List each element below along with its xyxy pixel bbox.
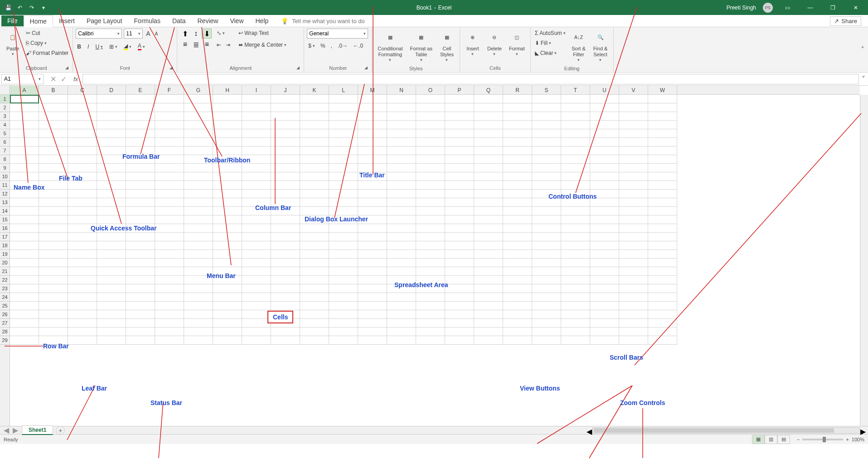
cell[interactable] — [39, 190, 68, 198]
cell[interactable] — [126, 284, 155, 293]
zoom-level[interactable]: 100% — [852, 437, 864, 442]
fill-button[interactable]: ⬇Fill▾ — [533, 39, 567, 48]
cell[interactable] — [329, 224, 358, 233]
cell[interactable] — [416, 207, 445, 215]
cell[interactable] — [271, 172, 300, 181]
number-launcher-icon[interactable]: ◢ — [364, 65, 368, 70]
cell[interactable] — [213, 241, 242, 250]
align-center-button[interactable]: ≣ — [191, 39, 201, 49]
cell[interactable] — [619, 241, 648, 250]
cell[interactable] — [590, 172, 619, 181]
cell[interactable] — [387, 129, 416, 138]
cell[interactable] — [68, 319, 97, 327]
cell[interactable] — [445, 310, 474, 319]
cell[interactable] — [213, 302, 242, 310]
cell[interactable] — [358, 172, 387, 181]
font-launcher-icon[interactable]: ◢ — [170, 65, 173, 70]
cell[interactable] — [532, 310, 561, 319]
cell[interactable] — [532, 336, 561, 345]
cell[interactable] — [590, 302, 619, 310]
cell[interactable] — [561, 164, 590, 172]
cell[interactable] — [242, 250, 271, 259]
cell[interactable] — [271, 155, 300, 164]
cell[interactable] — [445, 302, 474, 310]
cell[interactable] — [532, 233, 561, 241]
cell[interactable] — [68, 224, 97, 233]
cell[interactable] — [39, 302, 68, 310]
cell[interactable] — [271, 276, 300, 284]
cell[interactable] — [300, 284, 329, 293]
cell[interactable] — [271, 224, 300, 233]
cell[interactable] — [387, 155, 416, 164]
cell[interactable] — [387, 181, 416, 190]
cell[interactable] — [532, 215, 561, 224]
cell[interactable] — [68, 276, 97, 284]
cell[interactable] — [648, 215, 677, 224]
cell[interactable] — [619, 327, 648, 336]
cell[interactable] — [10, 259, 39, 267]
cell[interactable] — [503, 319, 532, 327]
cell[interactable] — [184, 241, 213, 250]
col-header-I[interactable]: I — [242, 86, 271, 94]
cell[interactable] — [184, 155, 213, 164]
tab-page-layout[interactable]: Page Layout — [81, 15, 128, 26]
cell[interactable] — [561, 138, 590, 147]
cell[interactable] — [39, 103, 68, 112]
cell[interactable] — [387, 138, 416, 147]
cell[interactable] — [532, 129, 561, 138]
cell[interactable] — [68, 190, 97, 198]
tab-formulas[interactable]: Formulas — [128, 15, 166, 26]
cell[interactable] — [590, 284, 619, 293]
comma-button[interactable]: , — [330, 41, 334, 50]
sheet-tab-sheet1[interactable]: Sheet1 — [22, 425, 53, 435]
cell[interactable] — [300, 224, 329, 233]
cell[interactable] — [300, 112, 329, 121]
cell[interactable] — [445, 138, 474, 147]
find-select-button[interactable]: 🔍Find & Select▾ — [591, 29, 611, 64]
cell[interactable] — [213, 147, 242, 155]
cell[interactable] — [561, 207, 590, 215]
cell[interactable] — [68, 259, 97, 267]
cell[interactable] — [474, 207, 503, 215]
cell[interactable] — [39, 138, 68, 147]
cell[interactable] — [184, 215, 213, 224]
cell[interactable] — [39, 250, 68, 259]
cell[interactable] — [39, 112, 68, 121]
cell[interactable] — [184, 250, 213, 259]
cell[interactable] — [358, 121, 387, 129]
cell[interactable] — [271, 147, 300, 155]
cell[interactable] — [358, 190, 387, 198]
col-header-T[interactable]: T — [561, 86, 590, 94]
cell[interactable] — [10, 129, 39, 138]
cell[interactable] — [387, 259, 416, 267]
cell[interactable] — [213, 164, 242, 172]
cell[interactable] — [329, 310, 358, 319]
cell[interactable] — [68, 207, 97, 215]
cell[interactable] — [213, 138, 242, 147]
align-bottom-button[interactable]: ⬇ — [202, 29, 212, 39]
cell[interactable] — [213, 112, 242, 121]
cell[interactable] — [242, 95, 271, 103]
cell[interactable] — [648, 181, 677, 190]
fill-color-button[interactable]: ◢▾ — [122, 41, 133, 52]
ribbon-display-options-icon[interactable]: ▭ — [780, 0, 795, 15]
cell[interactable] — [39, 129, 68, 138]
cell[interactable] — [358, 112, 387, 121]
cell[interactable] — [445, 276, 474, 284]
cancel-formula-icon[interactable]: ✕ — [50, 75, 56, 83]
cell[interactable] — [619, 95, 648, 103]
cell[interactable] — [474, 302, 503, 310]
cell[interactable] — [126, 327, 155, 336]
cell[interactable] — [126, 310, 155, 319]
cell[interactable] — [184, 121, 213, 129]
cell[interactable] — [242, 293, 271, 302]
cell[interactable] — [619, 293, 648, 302]
cell[interactable] — [532, 112, 561, 121]
cell[interactable] — [590, 207, 619, 215]
shrink-font-button[interactable]: A — [154, 30, 160, 38]
cell[interactable] — [532, 103, 561, 112]
cell[interactable] — [503, 259, 532, 267]
cell[interactable] — [126, 181, 155, 190]
cell[interactable] — [329, 267, 358, 276]
cell[interactable] — [648, 293, 677, 302]
